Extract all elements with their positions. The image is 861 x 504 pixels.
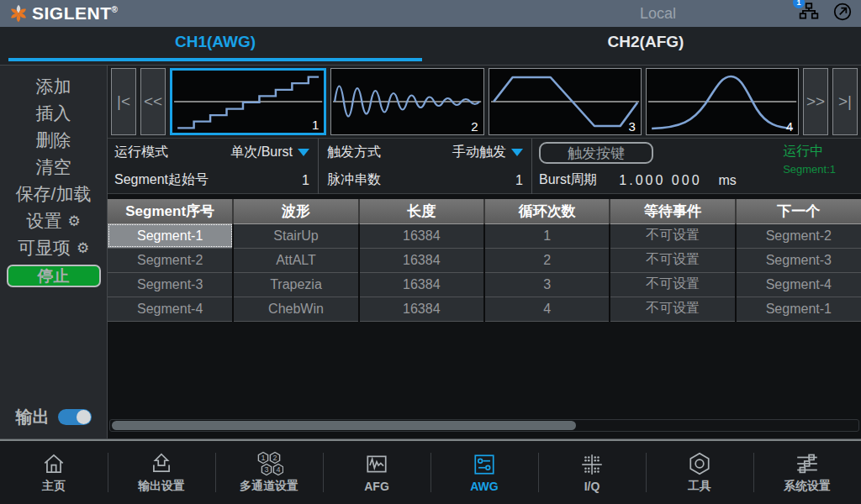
cell-next[interactable]: Segment-1 — [736, 297, 861, 321]
strip-next-button[interactable]: >> — [803, 68, 828, 135]
cell-wait-event[interactable]: 不可设置 — [610, 297, 735, 321]
pulse-count-label: 脉冲串数 — [327, 171, 381, 189]
cell-waveform[interactable]: ChebWin — [233, 297, 358, 321]
chevron-down-icon — [298, 149, 309, 156]
nav-awg[interactable]: AWG — [430, 441, 538, 504]
sidebar-item-save-load[interactable]: 保存/加载 — [0, 181, 107, 207]
cell-segment[interactable]: Segment-1 — [108, 223, 233, 248]
strip-last-button[interactable]: >| — [832, 68, 858, 135]
cell-next[interactable]: Segment-4 — [736, 272, 861, 297]
cell-loops[interactable]: 4 — [484, 297, 610, 321]
tab-ch2-underline — [439, 58, 853, 61]
output-toggle[interactable] — [58, 409, 92, 425]
pulse-count-value[interactable]: 1 — [515, 173, 523, 188]
siglent-logo: SIGLENT® — [8, 3, 118, 24]
waveform-thumb-trapezia[interactable]: 3 — [489, 68, 642, 135]
svg-text:4: 4 — [276, 465, 280, 474]
svg-text:2: 2 — [272, 454, 277, 462]
cell-loops[interactable]: 1 — [484, 223, 610, 248]
run-mode-dropdown[interactable]: 单次/Burst — [230, 144, 309, 161]
strip-prev-button[interactable]: << — [140, 68, 166, 135]
waveform-thumb-attalt[interactable]: 2 — [330, 68, 483, 135]
cell-loops[interactable]: 3 — [484, 272, 610, 297]
nav-afg[interactable]: AFG — [323, 441, 430, 504]
cell-waveform[interactable]: AttALT — [233, 248, 358, 272]
cell-length[interactable]: 16384 — [359, 297, 484, 321]
local-status-label: Local — [640, 5, 676, 23]
cell-next[interactable]: Segment-2 — [736, 223, 861, 248]
cell-segment[interactable]: Segment-2 — [108, 248, 233, 272]
trigger-key-button[interactable]: 触发按键 — [539, 142, 653, 164]
iq-constellation-icon — [579, 452, 605, 477]
sidebar-item-display-options[interactable]: 可显项 ⚙ — [0, 234, 107, 261]
scrollbar-thumb[interactable] — [112, 421, 576, 430]
segment-table-area: Segment序号 波形 长度 循环次数 等待事件 下一个 Segment-1 … — [108, 194, 861, 438]
cell-waveform[interactable]: StairUp — [233, 223, 358, 248]
cell-wait-event[interactable]: 不可设置 — [610, 272, 735, 297]
cell-length[interactable]: 16384 — [359, 272, 484, 297]
cell-segment[interactable]: Segment-3 — [108, 272, 233, 297]
afg-waveform-icon — [364, 452, 389, 477]
cell-segment[interactable]: Segment-4 — [108, 297, 233, 321]
sidebar-item-delete[interactable]: 删除 — [0, 127, 107, 154]
segment-start-value[interactable]: 1 — [302, 173, 309, 188]
awg-content: |< << 1 2 — [108, 66, 861, 438]
cell-loops[interactable]: 2 — [484, 248, 610, 272]
tab-ch1-label: CH1(AWG) — [175, 33, 256, 51]
horizontal-scrollbar[interactable] — [109, 419, 859, 432]
sidebar-item-insert[interactable]: 插入 — [0, 100, 107, 127]
gear-icon: ⚙ — [77, 239, 89, 257]
nav-output-settings[interactable]: 输出设置 — [108, 441, 215, 504]
output-row: 输出 — [0, 406, 107, 428]
nav-system-settings[interactable]: 系统设置 — [753, 441, 861, 504]
sidebar-item-settings[interactable]: 设置 ⚙ — [0, 207, 107, 234]
nav-multi-channel[interactable]: 1 2 3 4 多通道设置 — [215, 441, 323, 504]
burst-period-label: Burst周期 — [539, 171, 597, 189]
stairup-waveform-icon — [172, 71, 324, 133]
nav-iq[interactable]: I/Q — [538, 441, 646, 504]
sidebar-item-add[interactable]: 添加 — [0, 73, 107, 100]
brand-text: SIGLENT® — [32, 3, 118, 24]
waveform-thumb-stairup[interactable]: 1 — [170, 68, 326, 135]
col-header-segment: Segment序号 — [108, 199, 233, 223]
system-sliders-icon — [795, 451, 820, 476]
tools-nut-icon — [687, 451, 712, 476]
nav-tools[interactable]: 工具 — [646, 441, 753, 504]
tab-ch2-afg[interactable]: CH2(AFG) — [430, 27, 861, 65]
col-header-loops: 循环次数 — [484, 199, 610, 223]
remote-link-icon[interactable] — [832, 2, 853, 25]
trapezia-waveform-icon — [489, 69, 641, 134]
stop-button[interactable]: 停止 — [7, 265, 101, 287]
lan-network-icon[interactable]: 1 — [799, 2, 819, 25]
table-row: Segment-2 AttALT 16384 2 不可设置 Segment-3 — [108, 248, 861, 272]
col-header-length: 长度 — [359, 199, 484, 223]
tab-ch1-awg[interactable]: CH1(AWG) — [0, 27, 430, 65]
running-state-label: 运行中 — [783, 143, 836, 160]
waveform-thumb-chebwin[interactable]: 4 — [646, 68, 799, 135]
segment-start-label: Segment起始号 — [114, 171, 209, 189]
sidebar-item-clear[interactable]: 清空 — [0, 154, 107, 181]
app-root: SIGLENT® Local 1 CH1 — [0, 0, 861, 504]
nav-home[interactable]: 主页 — [0, 441, 108, 504]
burst-period-unit: ms — [719, 173, 737, 188]
cell-wait-event[interactable]: 不可设置 — [610, 248, 735, 272]
strip-first-button[interactable]: |< — [111, 68, 136, 135]
burst-settings: 运行模式 单次/Burst 触发方式 手动触发 — [108, 139, 861, 194]
waveform-strip: |< << 1 2 — [108, 66, 861, 139]
home-icon — [41, 451, 66, 476]
col-header-wait-event: 等待事件 — [610, 199, 735, 223]
trigger-mode-dropdown[interactable]: 手动触发 — [452, 144, 523, 161]
awg-sliders-icon — [472, 452, 497, 477]
cell-next[interactable]: Segment-3 — [736, 248, 861, 272]
table-row: Segment-1 StairUp 16384 1 不可设置 Segment-2 — [108, 223, 861, 248]
burst-period-value[interactable]: 1.000 000 — [619, 173, 701, 188]
col-header-next: 下一个 — [736, 199, 861, 223]
run-mode-label: 运行模式 — [114, 144, 168, 161]
cell-waveform[interactable]: Trapezia — [233, 272, 358, 297]
cell-length[interactable]: 16384 — [359, 223, 484, 248]
table-row: Segment-4 ChebWin 16384 4 不可设置 Segment-1 — [108, 297, 861, 321]
output-label: 输出 — [16, 406, 50, 428]
attalt-waveform-icon — [331, 69, 483, 134]
cell-length[interactable]: 16384 — [359, 248, 484, 272]
cell-wait-event[interactable]: 不可设置 — [610, 223, 735, 248]
